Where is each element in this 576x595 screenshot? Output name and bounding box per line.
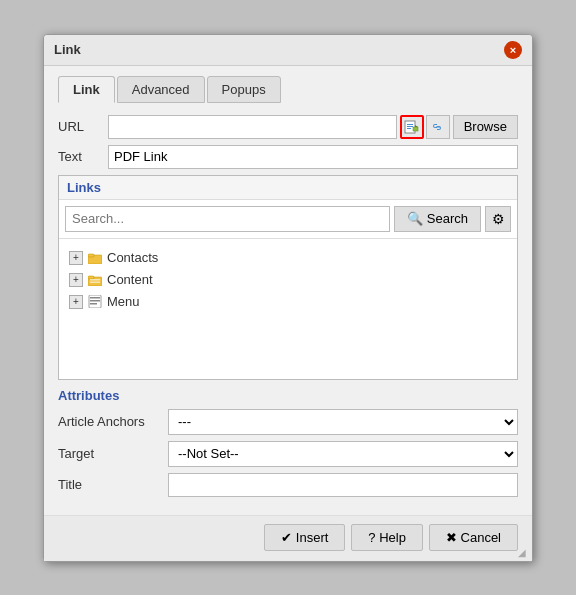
- links-section: Links 🔍 Search ⚙ +: [58, 175, 518, 380]
- tree-area: + Contacts +: [59, 239, 517, 379]
- tree-item-menu[interactable]: + Menu: [69, 291, 507, 313]
- tab-link[interactable]: Link: [58, 76, 115, 103]
- svg-rect-12: [90, 281, 100, 283]
- expand-contacts[interactable]: +: [69, 251, 83, 265]
- svg-rect-10: [88, 276, 94, 279]
- tree-item-contacts[interactable]: + Contacts: [69, 247, 507, 269]
- url-label: URL: [58, 119, 108, 134]
- article-anchors-label: Article Anchors: [58, 414, 168, 429]
- cancel-button[interactable]: ✖ Cancel: [429, 524, 518, 551]
- gear-button[interactable]: ⚙: [485, 206, 511, 232]
- text-row: Text: [58, 145, 518, 169]
- svg-rect-14: [90, 297, 100, 299]
- url-row: URL: [58, 115, 518, 139]
- search-input[interactable]: [65, 206, 390, 232]
- link-dialog: Link × Link Advanced Popups URL: [43, 34, 533, 562]
- svg-rect-4: [413, 127, 418, 131]
- attributes-header: Attributes: [58, 388, 518, 403]
- svg-rect-6: [436, 126, 440, 127]
- svg-rect-2: [407, 126, 413, 127]
- menu-icon: [87, 294, 103, 310]
- url-icon-button[interactable]: [400, 115, 424, 139]
- title-input[interactable]: [168, 473, 518, 497]
- tree-item-content[interactable]: + Content: [69, 269, 507, 291]
- insert-button[interactable]: ✔ Insert: [264, 524, 345, 551]
- close-button[interactable]: ×: [504, 41, 522, 59]
- title-label: Title: [58, 477, 168, 492]
- attributes-section: Attributes Article Anchors --- Target --…: [58, 388, 518, 497]
- url-input[interactable]: [108, 115, 397, 139]
- target-row: Target --Not Set--: [58, 441, 518, 467]
- svg-rect-8: [88, 254, 94, 257]
- dialog-title: Link: [54, 42, 81, 57]
- svg-rect-16: [90, 303, 97, 305]
- target-select[interactable]: --Not Set--: [168, 441, 518, 467]
- url-field-group: Browse: [108, 115, 518, 139]
- search-icon: 🔍: [407, 211, 423, 226]
- gear-icon: ⚙: [492, 211, 505, 227]
- browse-button[interactable]: Browse: [453, 115, 518, 139]
- help-button[interactable]: ? Help: [351, 524, 423, 551]
- links-header: Links: [59, 176, 517, 200]
- tab-popups[interactable]: Popups: [207, 76, 281, 103]
- search-button[interactable]: 🔍 Search: [394, 206, 481, 232]
- dialog-footer: ✔ Insert ? Help ✖ Cancel: [44, 515, 532, 561]
- menu-label: Menu: [107, 294, 140, 309]
- title-row: Title: [58, 473, 518, 497]
- content-label: Content: [107, 272, 153, 287]
- contacts-label: Contacts: [107, 250, 158, 265]
- resize-handle[interactable]: ◢: [518, 547, 530, 559]
- url-extra-icon-button[interactable]: [426, 115, 450, 139]
- article-anchors-select[interactable]: ---: [168, 409, 518, 435]
- expand-menu[interactable]: +: [69, 295, 83, 309]
- text-label: Text: [58, 149, 108, 164]
- tab-advanced[interactable]: Advanced: [117, 76, 205, 103]
- search-row: 🔍 Search ⚙: [59, 200, 517, 239]
- svg-rect-1: [407, 124, 413, 125]
- svg-rect-11: [90, 279, 100, 281]
- svg-rect-15: [90, 300, 100, 302]
- dialog-titlebar: Link ×: [44, 35, 532, 66]
- file-browse-icon: [404, 119, 420, 135]
- article-anchors-row: Article Anchors ---: [58, 409, 518, 435]
- chain-link-icon: [430, 119, 446, 135]
- url-icon-group: [400, 115, 450, 139]
- tab-bar: Link Advanced Popups: [58, 76, 518, 103]
- contacts-folder-icon: [87, 250, 103, 266]
- target-label: Target: [58, 446, 168, 461]
- content-folder-icon: [87, 272, 103, 288]
- dialog-body: Link Advanced Popups URL: [44, 66, 532, 515]
- svg-rect-3: [407, 128, 411, 129]
- expand-content[interactable]: +: [69, 273, 83, 287]
- text-input[interactable]: [108, 145, 518, 169]
